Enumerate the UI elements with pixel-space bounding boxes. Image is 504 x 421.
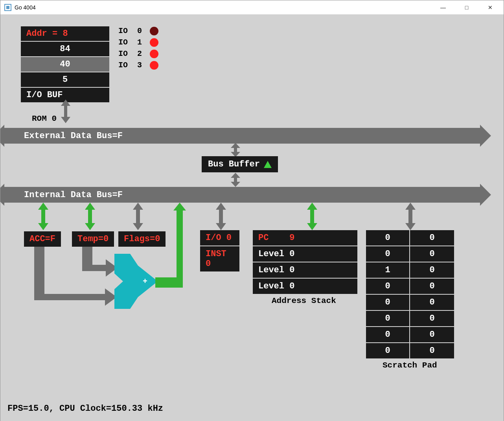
sp-4-1: 0: [410, 295, 454, 311]
svg-marker-3: [38, 203, 48, 230]
svg-marker-1: [231, 143, 240, 157]
arrow-bus-acc-icon: [37, 203, 49, 230]
arrow-bus-scratch-icon: [405, 203, 416, 230]
rom-box: Addr = 8 84 40 5 I/O BUF: [21, 26, 109, 102]
rom-row-1: 40: [21, 57, 109, 72]
io-label-3: IO 3: [118, 61, 150, 70]
sp-3-1: 0: [410, 279, 454, 295]
sp-0-1: 0: [410, 230, 454, 246]
io-box: I/O 0: [200, 230, 239, 246]
sp-5-1: 0: [410, 311, 454, 327]
io-led-3: [150, 61, 158, 70]
arrow-bus-addrstack-icon: [306, 203, 318, 230]
svg-marker-7: [307, 203, 317, 230]
io-label-0: IO 0: [118, 26, 150, 35]
svg-marker-2: [231, 173, 240, 187]
triangle-up-icon: [264, 161, 272, 168]
sp-1-0: 0: [366, 246, 410, 262]
internal-bus-label: Internal Data Bus=F: [24, 190, 123, 200]
bus-buffer: Bus Buffer: [202, 156, 278, 172]
svg-marker-9: [114, 254, 155, 309]
addr-row-2: Level 0: [253, 262, 357, 279]
sp-5-0: 0: [366, 311, 410, 327]
io-led-1: [150, 38, 158, 47]
scratch-pad-label: Scratch Pad: [383, 361, 437, 370]
svg-marker-6: [216, 203, 226, 230]
temp-alu-path: [82, 247, 118, 277]
arrow-bus-ioinst-icon: [215, 203, 227, 230]
scratch-pad: 00 00 10 00 00 00 00 00: [366, 230, 454, 359]
acc-box: ACC=F: [24, 231, 61, 247]
address-stack: PC 9 Level 0 Level 0 Level 0: [253, 230, 357, 294]
io-row-0: IO 0: [118, 26, 158, 35]
sp-7-1: 0: [410, 343, 454, 359]
app-icon: [4, 4, 11, 11]
sp-2-1: 0: [410, 262, 454, 279]
rom-row-0: 84: [21, 42, 109, 57]
io-row-3: IO 3: [118, 61, 158, 70]
arrow-bus-flags-icon: [132, 203, 144, 230]
temp-box: Temp=0: [72, 231, 114, 247]
arrow-rom-bus-icon: [60, 100, 71, 123]
sp-2-0: 1: [366, 262, 410, 279]
sp-7-0: 0: [366, 343, 410, 359]
svg-text:+: +: [143, 277, 147, 286]
sp-6-1: 0: [410, 327, 454, 343]
alu-icon: +: [114, 254, 158, 311]
arrow-ext-busbuffer-icon: [230, 143, 241, 157]
addr-row-1: Level 0: [253, 246, 357, 262]
io-label-2: IO 2: [118, 49, 150, 58]
external-bus: External Data Bus=F: [4, 128, 480, 144]
sp-1-1: 0: [410, 246, 454, 262]
io-label-1: IO 1: [118, 38, 150, 47]
inst-box: INST 0: [200, 246, 239, 271]
svg-marker-8: [405, 203, 416, 230]
minimize-button[interactable]: —: [431, 0, 455, 14]
window-controls: — □ ✕: [431, 0, 502, 14]
address-stack-label: Address Stack: [272, 296, 336, 305]
svg-marker-4: [85, 203, 95, 230]
arrow-busbuffer-int-icon: [230, 173, 241, 187]
maximize-button[interactable]: □: [455, 0, 478, 14]
io-inst-stack: I/O 0 INST 0: [200, 230, 239, 271]
arrow-bus-temp-icon: [84, 203, 96, 230]
internal-bus: Internal Data Bus=F: [4, 187, 480, 203]
app-window: Go 4004 — □ ✕ Addr = 8 84 40 5 I/O BUF I…: [0, 0, 504, 421]
io-row-1: IO 1: [118, 38, 158, 47]
io-led-0: [150, 27, 158, 35]
window-title: Go 4004: [15, 4, 431, 11]
bus-buffer-label: Bus Buffer: [208, 159, 260, 169]
io-led-2: [150, 50, 158, 58]
sp-4-0: 0: [366, 295, 410, 311]
rom-addr: Addr = 8: [21, 26, 109, 42]
addr-row-3: Level 0: [253, 279, 357, 294]
io-list: IO 0 IO 1 IO 2 IO 3: [118, 26, 158, 72]
sp-6-0: 0: [366, 327, 410, 343]
flags-box: Flags=0: [118, 231, 166, 247]
sp-3-0: 0: [366, 279, 410, 295]
close-button[interactable]: ✕: [478, 0, 502, 14]
addr-row-0: PC 9: [253, 230, 357, 246]
titlebar: Go 4004 — □ ✕: [0, 0, 504, 15]
external-bus-label: External Data Bus=F: [24, 131, 123, 141]
rom-name: ROM 0: [32, 114, 57, 123]
alu-output-path: [155, 203, 195, 293]
rom-row-2: 5: [21, 72, 109, 88]
io-row-2: IO 2: [118, 49, 158, 58]
sp-0-0: 0: [366, 230, 410, 246]
diagram-canvas: Addr = 8 84 40 5 I/O BUF IO 0 IO 1 IO 2 …: [0, 15, 504, 421]
svg-marker-0: [61, 100, 70, 123]
svg-marker-5: [133, 203, 143, 230]
status-footer: FPS=15.0, CPU Clock=150.33 kHz: [7, 404, 163, 414]
